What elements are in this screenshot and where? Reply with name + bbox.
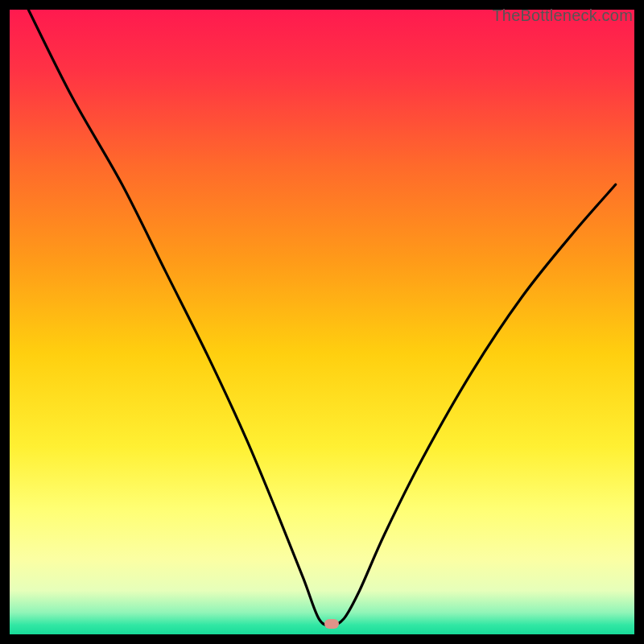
bottleneck-curve [10,10,634,634]
watermark-text: TheBottleneck.com [492,6,633,25]
optimal-marker [324,619,339,629]
chart-frame: TheBottleneck.com [10,10,634,634]
curve-path [28,10,615,625]
